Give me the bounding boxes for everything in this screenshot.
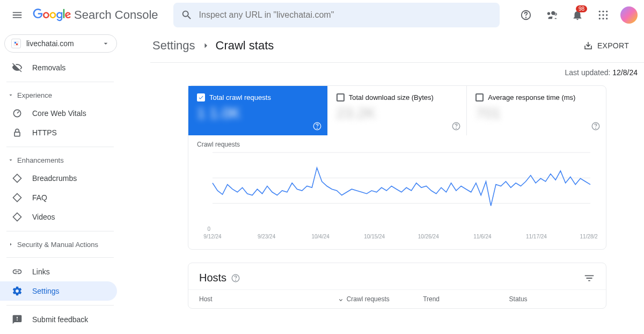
help-icon[interactable] (591, 121, 601, 131)
links-icon (12, 266, 23, 277)
metric-value: 1 1.0K (197, 105, 319, 122)
svg-point-11 (606, 18, 608, 19)
svg-text:11/28/24: 11/28/24 (580, 234, 597, 239)
breadcrumb-root[interactable]: Settings (152, 39, 195, 53)
metric-response-time[interactable]: Average response time (ms) 701 (467, 86, 606, 135)
metric-crawl-requests[interactable]: Total crawl requests 1 1.0K (188, 86, 328, 135)
help-icon[interactable] (451, 121, 461, 131)
property-icon (11, 39, 21, 48)
metric-download-size[interactable]: Total download size (Bytes) 23.2K (328, 86, 467, 135)
help-icon[interactable] (312, 121, 322, 131)
sidebar-item-faq[interactable]: FAQ (0, 188, 117, 207)
svg-rect-16 (14, 132, 20, 136)
property-selector[interactable]: livechatai.com (4, 34, 117, 53)
notifications-button[interactable]: 98 (567, 4, 588, 26)
main-content: Settings Crawl stats EXPORT Last updated… (150, 30, 644, 334)
sidebar-item-feedback[interactable]: Submit feedback (0, 310, 117, 329)
search-input[interactable] (199, 10, 492, 20)
chart-title: Crawl requests (197, 141, 597, 148)
download-icon (583, 41, 593, 50)
svg-point-9 (599, 18, 601, 19)
lock-icon (12, 127, 23, 138)
filter-button[interactable] (583, 272, 595, 284)
diamond-icon (12, 212, 23, 222)
svg-text:10/4/24: 10/4/24 (311, 234, 330, 239)
svg-point-25 (596, 128, 596, 128)
sidebar-item-breadcrumbs[interactable]: Breadcrumbs (0, 169, 117, 188)
divider (6, 257, 114, 258)
google-logo-icon (32, 9, 72, 21)
sidebar-item-links[interactable]: Links (0, 262, 117, 281)
chevron-right-icon (8, 241, 14, 248)
hosts-card: Hosts Host Crawl requests Trend Status (188, 263, 606, 309)
svg-point-23 (456, 128, 457, 128)
svg-text:11/6/24: 11/6/24 (473, 234, 492, 239)
diamond-icon (12, 173, 23, 184)
apps-button[interactable] (592, 4, 614, 26)
avatar[interactable] (620, 6, 638, 24)
checkbox-icon (475, 93, 484, 101)
svg-text:11/17/24: 11/17/24 (526, 234, 547, 239)
sidebar-item-https[interactable]: HTTPS (0, 123, 117, 142)
metric-value: 701 (475, 105, 597, 122)
svg-text:10/26/24: 10/26/24 (418, 234, 439, 239)
svg-point-8 (606, 14, 608, 16)
sidebar-section-experience[interactable]: Experience (0, 86, 150, 104)
checkbox-icon (336, 93, 345, 101)
col-status[interactable]: Status (509, 295, 595, 303)
metric-value: 23.2K (336, 105, 458, 122)
col-host[interactable]: Host (199, 295, 337, 303)
help-button[interactable] (515, 4, 537, 26)
gear-icon (12, 286, 23, 296)
crawl-stats-card: Total crawl requests 1 1.0K Total downlo… (188, 85, 606, 250)
svg-text:0: 0 (207, 226, 210, 232)
users-button[interactable] (541, 4, 562, 26)
sidebar-item-videos[interactable]: Videos (0, 207, 117, 227)
property-domain: livechatai.com (26, 39, 96, 48)
sidebar-section-enhancements[interactable]: Enhancements (0, 151, 150, 169)
divider (6, 231, 114, 231)
product-name: Search Console (74, 8, 158, 22)
sidebar-item-settings[interactable]: Settings (0, 281, 117, 301)
diamond-icon (12, 192, 23, 203)
sidebar-item-about[interactable]: About Search Console (0, 329, 117, 334)
crawl-chart: 09/12/249/23/2410/4/2410/15/2410/26/2411… (197, 150, 597, 242)
svg-point-3 (599, 11, 601, 12)
help-icon[interactable] (231, 273, 240, 283)
sidebar: livechatai.com Removals Experience Core … (0, 30, 150, 334)
chevron-down-icon (8, 92, 14, 98)
svg-text:9/12/24: 9/12/24 (203, 234, 222, 239)
sidebar-item-core-web-vitals[interactable]: Core Web Vitals (0, 104, 117, 123)
chevron-right-icon (201, 41, 210, 50)
svg-point-7 (602, 14, 604, 16)
col-trend[interactable]: Trend (423, 295, 509, 303)
menu-button[interactable] (6, 4, 28, 26)
divider (6, 147, 114, 147)
col-crawl-requests[interactable]: Crawl requests (337, 295, 423, 303)
export-button[interactable]: EXPORT (583, 41, 629, 50)
divider (6, 305, 114, 306)
chevron-down-icon (101, 39, 110, 48)
svg-point-6 (599, 14, 601, 16)
feedback-icon (12, 314, 23, 325)
svg-point-2 (555, 13, 557, 15)
svg-rect-14 (16, 43, 18, 45)
gauge-icon (12, 108, 23, 119)
arrow-down-icon (337, 295, 345, 303)
sidebar-item-removals[interactable]: Removals (0, 58, 117, 77)
svg-point-1 (526, 17, 526, 18)
sidebar-section-security[interactable]: Security & Manual Actions (0, 236, 150, 253)
last-updated: Last updated: 12/8/24 (150, 63, 644, 85)
svg-rect-13 (14, 42, 16, 43)
search-icon (181, 9, 193, 21)
svg-text:10/15/24: 10/15/24 (364, 234, 385, 239)
svg-point-39 (236, 280, 236, 280)
eye-off-icon (12, 62, 23, 73)
divider (6, 82, 114, 82)
product-logo[interactable]: Search Console (32, 8, 158, 22)
hosts-table-header: Host Crawl requests Trend Status (188, 289, 606, 308)
hosts-title: Hosts (199, 272, 226, 284)
svg-point-10 (602, 18, 604, 19)
url-search-box[interactable] (173, 3, 500, 27)
svg-point-5 (606, 11, 608, 12)
